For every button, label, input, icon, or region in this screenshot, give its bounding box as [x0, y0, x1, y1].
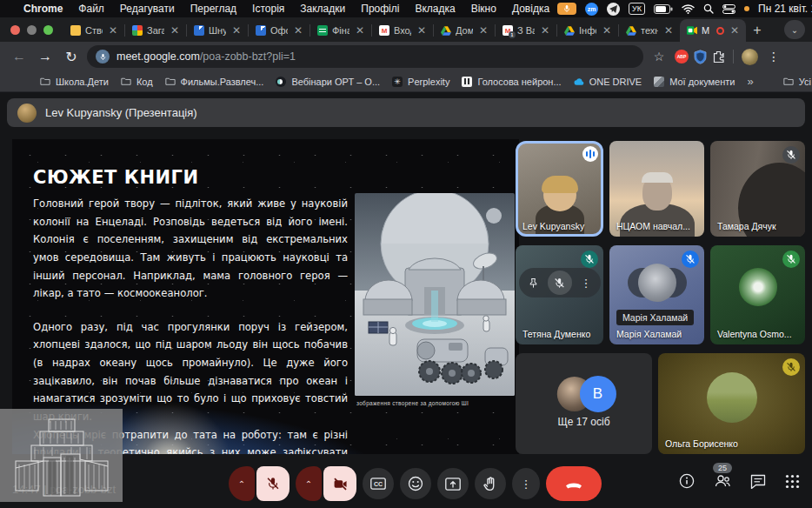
presenter-banner[interactable]: Lev Kupyansky (Презентація)	[7, 98, 805, 127]
battery-icon[interactable]	[654, 4, 673, 14]
bookmark-folder-kod[interactable]: Код	[121, 77, 153, 87]
close-tab-icon[interactable]: ✕	[662, 25, 675, 36]
participant-tile-tamara-dyachuk[interactable]: Тамара Дячук	[710, 141, 805, 237]
participant-hair	[542, 176, 578, 193]
profile-avatar[interactable]	[742, 49, 758, 65]
participant-name: Valentyna Osmo...	[717, 329, 792, 339]
captions-button[interactable]: CC	[363, 468, 394, 499]
mic-options-chevron-button[interactable]: ⌃	[229, 466, 255, 501]
menu-bookmarks[interactable]: Закладки	[292, 3, 353, 15]
close-tab-icon[interactable]: ✕	[354, 25, 366, 36]
pause-icon	[462, 77, 472, 87]
tab-zaga[interactable]: Зага✕	[125, 19, 186, 42]
tile-more-options-button[interactable]: ⋮	[581, 277, 592, 290]
menu-file[interactable]: Файл	[70, 3, 112, 15]
mic-off-button[interactable]	[256, 466, 290, 501]
minimize-window-button[interactable]	[27, 25, 37, 35]
tab-tekhn[interactable]: техн✕	[619, 19, 680, 42]
menu-chrome[interactable]: Chrome	[16, 3, 70, 15]
new-tab-button[interactable]: +	[746, 19, 769, 42]
chat-button[interactable]	[750, 474, 766, 492]
mute-participant-button[interactable]	[548, 271, 572, 295]
menu-tab[interactable]: Вкладка	[407, 3, 463, 15]
menu-profiles[interactable]: Профілі	[353, 3, 407, 15]
tab-fina[interactable]: Фіна✕	[310, 19, 371, 42]
meeting-details-button[interactable]	[679, 473, 695, 492]
present-screen-button[interactable]	[437, 468, 469, 499]
mic-in-use-indicator[interactable]	[557, 3, 576, 15]
pin-icon[interactable]	[528, 277, 539, 289]
participant-tile-mariya-khalamay[interactable]: ⋮ Марія Халамай Марія Халамай	[609, 245, 704, 344]
close-tab-icon[interactable]: ✕	[292, 25, 304, 36]
bookmarks-overflow-chevron[interactable]: »	[747, 75, 753, 88]
all-bookmarks-button[interactable]: Усі закладки	[783, 77, 812, 87]
participant-avatar	[638, 264, 676, 302]
tab-ofo[interactable]: Офо✕	[249, 19, 309, 42]
menubar-clock[interactable]: Пн 21 квіт. 14:47	[758, 3, 812, 15]
camera-options-chevron-button[interactable]: ⌃	[296, 466, 322, 501]
tab-search-chevron-button[interactable]: ⌄	[784, 20, 805, 39]
forward-button[interactable]: →	[35, 49, 56, 64]
more-participants-tile[interactable]: B Ще 17 осіб	[516, 353, 652, 454]
participant-tile-lev-kupyansky[interactable]: Lev Kupyansky	[516, 141, 603, 237]
menu-help[interactable]: Довідка	[504, 3, 557, 15]
bookmark-folder-filmy[interactable]: Фильмы.Развлеч...	[165, 77, 264, 87]
tab-info[interactable]: Інфо✕	[557, 19, 618, 42]
keyboard-layout-indicator[interactable]: УК	[629, 3, 645, 15]
bookmark-holosova[interactable]: Голосова нейрон...	[462, 77, 561, 87]
participant-tile-ntsaom[interactable]: НЦАОМ навчал...	[609, 141, 704, 237]
zoom-app-icon[interactable]: zm	[585, 3, 598, 16]
presenter-banner-label: Lev Kupyansky (Презентація)	[45, 106, 197, 119]
chrome-menu-button[interactable]: ⋮	[763, 50, 784, 64]
bookmark-folder-shkola-deti[interactable]: Школа.Дети	[40, 77, 109, 87]
tab-meet-active[interactable]: M✕	[680, 19, 746, 42]
tab-vkhod[interactable]: MВход✕	[372, 19, 433, 42]
shield-extension-icon[interactable]	[694, 50, 707, 64]
reactions-button[interactable]	[400, 468, 431, 499]
menu-history[interactable]: Історія	[244, 3, 292, 15]
people-button[interactable]: 25	[714, 474, 731, 491]
drive-favicon	[441, 25, 451, 36]
participant-tile-tetyana-dumenko[interactable]: ⋮ Тетяна Думенко	[516, 245, 603, 344]
participant-tile-valentyna-osmo[interactable]: Valentyna Osmo...	[710, 245, 805, 344]
menu-edit[interactable]: Редагувати	[112, 3, 183, 15]
more-options-button[interactable]: ⋮	[512, 468, 540, 499]
menu-view[interactable]: Переглад	[183, 3, 244, 15]
bookmark-webinary[interactable]: Вебінари ОРТ – О...	[276, 77, 380, 87]
activities-button[interactable]	[785, 474, 800, 492]
bookmark-onedrive[interactable]: ONE DRIVE	[574, 77, 642, 87]
back-button[interactable]: ←	[9, 49, 30, 64]
bookmark-perplexity[interactable]: ✳Perplexity	[392, 77, 449, 87]
raise-hand-button[interactable]	[475, 468, 506, 499]
telegram-app-icon[interactable]	[607, 3, 620, 16]
end-call-button[interactable]	[546, 466, 602, 501]
fullscreen-window-button[interactable]	[43, 25, 53, 35]
extensions-puzzle-icon[interactable]	[712, 50, 725, 64]
tab-shnu[interactable]: Шну✕	[187, 19, 248, 42]
menu-window[interactable]: Вікно	[463, 3, 504, 15]
adblock-extension-icon[interactable]: ABP	[675, 50, 689, 64]
control-center-icon[interactable]	[722, 4, 735, 14]
close-tab-icon[interactable]: ✕	[539, 25, 551, 36]
close-tab-icon[interactable]: ✕	[416, 25, 428, 36]
site-mic-permission-icon[interactable]	[96, 50, 110, 64]
close-tab-icon[interactable]: ✕	[601, 25, 613, 36]
close-tab-icon[interactable]: ✕	[477, 25, 489, 36]
close-tab-icon[interactable]: ✕	[169, 25, 181, 36]
wifi-icon[interactable]	[682, 4, 695, 14]
presentation-slide[interactable]: СЮЖЕТ КНИГИ Головний герой твору — підлі…	[12, 139, 519, 454]
address-bar[interactable]: meet.google.com/poa-zobb-bzt?pli=1	[87, 45, 643, 68]
tab-dom[interactable]: Дом✕	[434, 19, 495, 42]
bookmark-star-icon[interactable]: ☆	[649, 50, 669, 64]
tab-zva[interactable]: M1З Ва✕	[496, 19, 556, 42]
reload-button[interactable]: ↻	[61, 49, 82, 65]
close-tab-icon[interactable]: ✕	[729, 25, 741, 36]
close-tab-icon[interactable]: ✕	[230, 25, 243, 36]
close-tab-icon[interactable]: ✕	[107, 25, 119, 36]
camera-off-button[interactable]	[323, 466, 356, 501]
tab-stvo[interactable]: Ство✕	[63, 19, 124, 42]
participant-tile-olha-borysenko[interactable]: Ольга Борисенко	[658, 353, 805, 454]
bookmark-moi-dokumenty[interactable]: Мої документи	[654, 77, 735, 87]
close-window-button[interactable]	[10, 25, 20, 35]
spotlight-search-icon[interactable]	[703, 3, 714, 14]
